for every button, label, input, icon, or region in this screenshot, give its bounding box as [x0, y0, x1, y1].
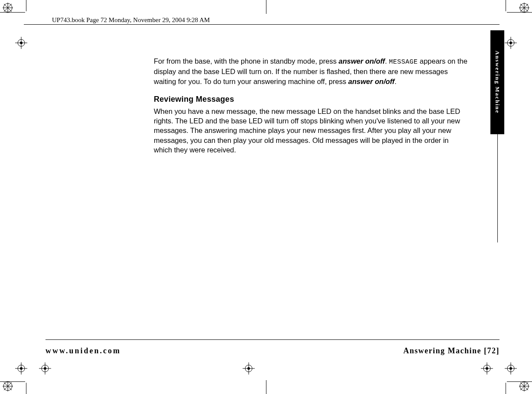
section-tab: Answering Machine: [490, 30, 504, 134]
text: For from the base, with the phone in sta…: [154, 57, 338, 65]
paragraph-1: For from the base, with the phone in sta…: [154, 56, 468, 86]
footer-rule: [45, 339, 500, 340]
text: .: [385, 57, 389, 65]
registration-target-icon: [243, 362, 255, 375]
registration-target-icon: [505, 37, 517, 49]
footer-page-ref: Answering Machine [72]: [403, 346, 500, 355]
crop-line: [266, 380, 266, 394]
footer-url: www.uniden.com: [45, 346, 121, 355]
header-rule: [24, 24, 500, 25]
registration-corner-icon: [3, 3, 13, 13]
paragraph-2: When you have a new message, the new mes…: [154, 107, 468, 155]
crop-line: [507, 12, 532, 13]
registration-target-icon: [15, 37, 27, 49]
running-head: UP743.book Page 72 Monday, November 29, …: [52, 16, 210, 24]
crop-line: [0, 381, 25, 382]
page-content: For from the base, with the phone in sta…: [154, 56, 468, 162]
crop-line: [26, 0, 26, 11]
display-text-message: MESSAGE: [389, 58, 418, 66]
crop-line: [266, 0, 266, 14]
crop-line: [506, 383, 506, 394]
registration-corner-icon: [519, 381, 529, 391]
crop-line: [0, 12, 25, 13]
registration-corner-icon: [519, 3, 529, 13]
section-tab-label: Answering Machine: [494, 51, 501, 114]
registration-target-icon: [505, 362, 517, 375]
registration-corner-icon: [3, 381, 13, 391]
crop-line: [506, 0, 506, 11]
registration-target-icon: [39, 362, 51, 375]
crop-line: [26, 383, 26, 394]
button-label-answer-onoff: answer on/off: [338, 57, 385, 65]
registration-target-icon: [15, 362, 27, 375]
section-heading: Reviewing Messages: [154, 95, 468, 104]
crop-line: [507, 381, 532, 382]
registration-target-icon: [481, 362, 493, 375]
button-label-answer-onoff-2: answer on/off: [348, 78, 395, 85]
section-tab-line: [497, 134, 498, 242]
text: .: [395, 78, 397, 85]
